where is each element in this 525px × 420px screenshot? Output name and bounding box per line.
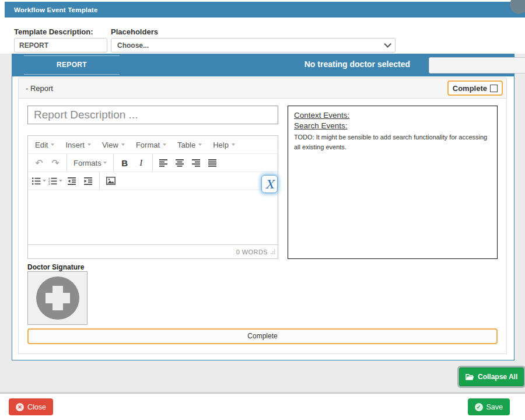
outdent-icon[interactable] (65, 174, 79, 188)
workflow-event-template-window: Workflow Event Template Template Descrip… (0, 0, 525, 420)
menu-insert[interactable]: Insert (65, 141, 91, 149)
report-section-title: - Report (19, 84, 53, 93)
complete-section-button[interactable]: Complete (27, 328, 498, 344)
placeholders-label: Placeholders (111, 27, 158, 36)
events-todo-text: TODO: It might be sensible to add search… (294, 132, 491, 152)
chevron-down-icon (232, 144, 235, 146)
formats-group: Formats (67, 154, 114, 172)
checkbox-icon[interactable] (490, 85, 498, 92)
report-description-input[interactable] (27, 106, 278, 124)
svg-text:3: 3 (48, 183, 50, 185)
menu-table[interactable]: Table (177, 141, 202, 149)
complete-checkbox-label: Complete (453, 84, 487, 93)
resize-grip-icon[interactable] (270, 249, 275, 254)
close-button[interactable]: ✕ Close (9, 398, 53, 415)
redo-icon[interactable]: ↷ (48, 156, 62, 170)
chevron-down-icon (198, 144, 202, 146)
report-section-body: Edit Insert View Format Table Help ↶ ↷ (19, 99, 506, 354)
formats-dropdown[interactable]: Formats (71, 156, 109, 170)
add-signature-plus-icon (35, 275, 80, 321)
media-group (100, 172, 122, 190)
chevron-down-icon (51, 144, 54, 146)
editor-menubar: Edit Insert View Format Table Help (28, 136, 278, 154)
bullet-list-icon[interactable] (32, 174, 46, 188)
close-label: Close (27, 403, 46, 411)
context-events-link[interactable]: Context Events: (294, 110, 491, 121)
close-circle-icon: ✕ (16, 403, 24, 411)
align-group (153, 154, 224, 172)
align-right-icon[interactable] (190, 156, 204, 170)
date-picker-group (429, 57, 503, 74)
insert-image-icon[interactable] (104, 174, 118, 188)
indent-icon[interactable] (81, 174, 95, 188)
chevron-down-icon (103, 162, 107, 164)
chevron-down-icon (59, 180, 62, 182)
complete-checkbox-button[interactable]: Complete (447, 80, 503, 96)
report-section: - Report Complete Edit Insert View (18, 78, 507, 354)
template-panel: REPORT No treating doctor selected (12, 54, 514, 360)
placeholders-select[interactable]: Choose... (111, 38, 396, 52)
align-justify-icon[interactable] (206, 156, 220, 170)
events-panel: Context Events: Search Events: TODO: It … (288, 106, 498, 259)
editor-content-area[interactable] (28, 190, 278, 244)
font-style-group: B I (114, 154, 153, 172)
align-left-icon[interactable] (157, 156, 171, 170)
template-description-input[interactable] (14, 38, 107, 52)
chevron-down-icon (43, 180, 46, 182)
editor-statusbar: 0 WORDS (28, 244, 278, 258)
date-input[interactable] (429, 57, 525, 74)
treating-doctor-status: No treating doctor selected (304, 60, 410, 69)
doctor-signature-label: Doctor Signature (27, 263, 84, 271)
collapse-all-label: Collapse All (478, 373, 517, 381)
tab-report[interactable]: REPORT (24, 55, 120, 75)
menu-help[interactable]: Help (213, 141, 235, 149)
placeholders-selected-value: Choose... (117, 41, 149, 50)
chevron-down-icon (88, 144, 91, 146)
collapse-all-button[interactable]: Collapse All (459, 368, 524, 386)
editor-toolbar-row2: 123 (28, 172, 278, 190)
rich-text-editor: Edit Insert View Format Table Help ↶ ↷ (27, 135, 278, 259)
align-center-icon[interactable] (173, 156, 187, 170)
chevron-down-icon (163, 144, 166, 146)
word-count: 0 WORDS (236, 249, 268, 256)
search-events-link[interactable]: Search Events: (294, 121, 491, 131)
editor-toolbar-row1: ↶ ↷ Formats B I (28, 154, 278, 172)
undo-icon[interactable]: ↶ (32, 156, 46, 170)
menu-format[interactable]: Format (136, 141, 166, 149)
check-circle-icon: ✓ (475, 403, 483, 411)
numbered-list-icon[interactable]: 123 (48, 174, 62, 188)
menu-edit[interactable]: Edit (35, 141, 54, 149)
chevron-down-icon (384, 40, 391, 48)
window-titlebar: Workflow Event Template (5, 2, 525, 18)
list-indent-group: 123 (28, 172, 100, 190)
panel-header: REPORT No treating doctor selected (12, 54, 514, 76)
history-group: ↶ ↷ (28, 154, 67, 172)
footer-bar: ✕ Close ✓ Save (0, 394, 525, 420)
panel-body: - Report Complete Edit Insert View (12, 76, 514, 360)
save-button[interactable]: ✓ Save (468, 398, 510, 415)
open-folder-icon (466, 373, 474, 381)
menu-view[interactable]: View (102, 141, 125, 149)
signature-draw-badge[interactable]: X (261, 175, 278, 193)
italic-button[interactable]: I (134, 156, 148, 170)
template-description-label: Template Description: (14, 27, 93, 36)
doctor-signature-upload[interactable] (27, 271, 88, 325)
chevron-down-icon (121, 144, 125, 146)
bold-button[interactable]: B (118, 156, 132, 170)
report-section-header[interactable]: - Report Complete (19, 78, 506, 99)
save-label: Save (487, 403, 503, 411)
window-title: Workflow Event Template (14, 6, 97, 13)
